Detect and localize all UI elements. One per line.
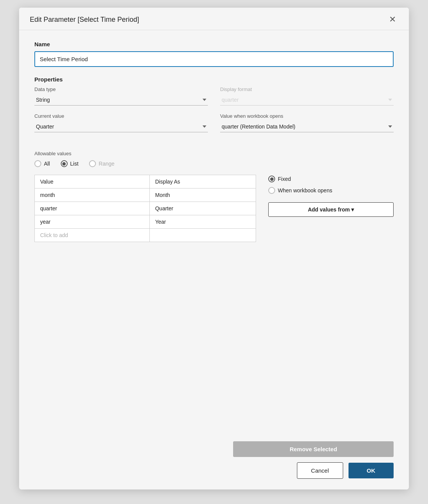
data-type-label: Data type [34,86,208,92]
data-type-chevron-icon [203,99,206,101]
fixed-label: Fixed [278,176,291,182]
allowable-radio-row: All List Range [34,160,394,167]
fixed-radio [268,176,275,182]
allowable-list-radio [61,160,68,167]
current-value-value: Quarter [34,124,54,130]
allowable-section: Allowable values All List Range [34,151,394,242]
fixed-radio-inner [270,177,274,181]
row-3-value: year [35,215,150,229]
ok-button[interactable]: OK [349,463,394,478]
display-format-group: Display format quarter [220,86,394,106]
data-type-group: Data type String [34,86,208,106]
row-1-display: Month [149,189,256,202]
allowable-all-option[interactable]: All [34,160,50,167]
name-input[interactable] [34,51,394,67]
table-row[interactable]: quarter Quarter [35,202,256,215]
table-row[interactable]: month Month [35,189,256,202]
value-when-opens-chevron-icon [388,125,392,128]
allowable-list-option[interactable]: List [61,160,79,167]
click-to-add-cell: Click to add [35,229,150,242]
when-workbook-opens-radio [268,187,275,194]
cancel-button[interactable]: Cancel [297,462,343,479]
when-workbook-opens-label: When workbook opens [278,187,332,193]
close-button[interactable]: ✕ [387,15,398,24]
row-2-display: Quarter [149,202,256,215]
fixed-option[interactable]: Fixed [268,176,394,182]
allowable-label: Allowable values [34,151,394,156]
row-1-value: month [35,189,150,202]
properties-label: Properties [34,76,394,83]
row-3-display: Year [149,215,256,229]
current-value-select[interactable]: Quarter [34,121,208,132]
add-values-from-button[interactable]: Add values from ▾ [268,202,394,217]
current-value-group: Current value Quarter [34,113,208,132]
current-value-label: Current value [34,113,208,119]
edit-parameter-dialog: Edit Parameter [Select Time Period] ✕ Na… [19,8,409,489]
right-panel: Fixed When workbook opens Add values fro… [268,175,394,217]
allowable-list-radio-inner [62,162,66,166]
display-format-value: quarter [220,97,238,103]
value-when-opens-value: quarter (Retention Data Model) [220,124,295,130]
value-when-opens-select[interactable]: quarter (Retention Data Model) [220,121,394,132]
col-display-header: Display As [149,175,256,189]
display-format-select: quarter [220,94,394,106]
click-to-add-row[interactable]: Click to add [35,229,256,242]
dialog-footer: Remove Selected Cancel OK [19,432,409,489]
display-format-chevron-icon [388,99,392,101]
properties-section: Properties Data type String Display form… [34,76,394,140]
display-format-label: Display format [220,86,394,92]
click-to-add-display [149,229,256,242]
values-table-wrapper: Value Display As month Month quarter [34,175,256,242]
dialog-body: Name Properties Data type String Display… [19,30,409,432]
name-label: Name [34,41,394,47]
data-type-value: String [34,97,50,103]
allowable-range-label: Range [99,161,114,167]
allowable-list-label: List [70,161,79,167]
current-value-chevron-icon [203,125,206,128]
value-when-opens-label: Value when workbook opens [220,113,394,119]
allowable-range-option: Range [89,160,114,167]
values-table: Value Display As month Month quarter [34,175,256,242]
table-row[interactable]: year Year [35,215,256,229]
value-when-opens-group: Value when workbook opens quarter (Reten… [220,113,394,132]
allowable-range-radio [89,160,96,167]
footer-actions: Cancel OK [297,462,394,479]
row-2-value: quarter [35,202,150,215]
when-workbook-opens-option[interactable]: When workbook opens [268,187,394,194]
dialog-title: Edit Parameter [Select Time Period] [30,16,139,24]
main-content-row: Value Display As month Month quarter [34,175,394,242]
remove-selected-button[interactable]: Remove Selected [233,441,394,457]
data-type-select[interactable]: String [34,94,208,106]
allowable-all-radio [34,160,41,167]
properties-grid: Data type String Display format quarter [34,86,394,140]
col-value-header: Value [35,175,150,189]
fixed-radio-stack: Fixed When workbook opens [268,176,394,194]
allowable-all-label: All [44,161,50,167]
dialog-header: Edit Parameter [Select Time Period] ✕ [19,8,409,30]
